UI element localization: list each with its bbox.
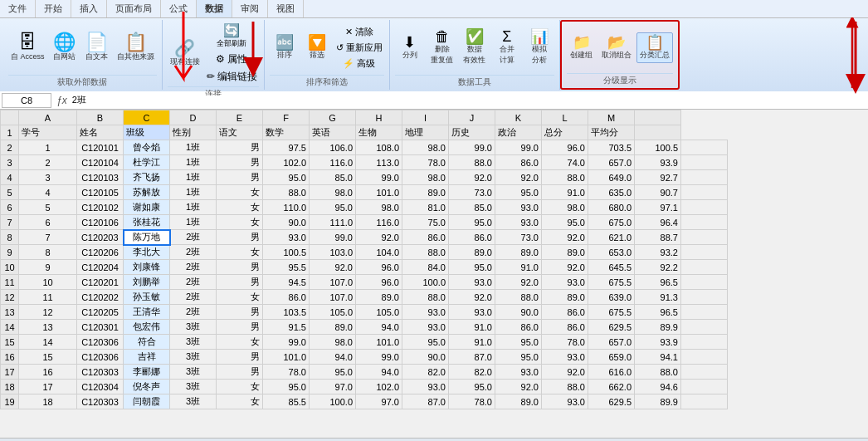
cell-M17[interactable]: 616.0	[588, 365, 635, 380]
cell-B13[interactable]: C120205	[77, 305, 124, 320]
cell-B16[interactable]: C120306	[77, 350, 124, 365]
cell-A3[interactable]: 2	[19, 155, 77, 170]
cell-D7[interactable]: 1班	[170, 215, 217, 230]
row-header-15[interactable]: 15	[1, 335, 19, 350]
cell-A5[interactable]: 4	[19, 185, 77, 200]
cell-G4[interactable]: 85.0	[310, 170, 356, 185]
header-di-li[interactable]: 地理	[402, 125, 449, 140]
existing-conn-btn[interactable]: 🔗 现有连接	[168, 38, 202, 69]
cell-D16[interactable]: 3班	[170, 350, 217, 365]
cell-K10[interactable]: 91.0	[495, 260, 542, 275]
cell-B17[interactable]: C120303	[77, 365, 124, 380]
tab-review[interactable]: 审阅	[232, 0, 268, 17]
cell-J6[interactable]: 85.0	[449, 200, 495, 215]
cell-F19[interactable]: 85.5	[263, 394, 310, 409]
cell-F12[interactable]: 86.0	[263, 290, 310, 305]
tab-insert[interactable]: 插入	[71, 0, 107, 17]
cell-I16[interactable]: 90.0	[402, 350, 449, 365]
cell-L15[interactable]: 78.0	[542, 335, 588, 350]
cell-A9[interactable]: 8	[19, 245, 77, 260]
cell-B18[interactable]: C120304	[77, 380, 124, 394]
cell-I7[interactable]: 75.0	[402, 215, 449, 230]
cell-B8[interactable]: C120203	[77, 230, 124, 245]
cell-I3[interactable]: 78.0	[402, 155, 449, 170]
cell-K15[interactable]: 95.0	[495, 335, 542, 350]
cell-I6[interactable]: 81.0	[402, 200, 449, 215]
cell-G7[interactable]: 111.0	[310, 215, 356, 230]
cell-F17[interactable]: 78.0	[263, 365, 310, 380]
cell-M5[interactable]: 635.0	[588, 185, 635, 200]
cell-C4[interactable]: 齐飞扬	[124, 170, 170, 185]
cell-D8[interactable]: 2班	[170, 230, 217, 245]
cell-G19[interactable]: 100.0	[310, 394, 356, 409]
cell-B3[interactable]: C120104	[77, 155, 124, 170]
header-ping-jun[interactable]: 平均分	[588, 125, 635, 140]
cell-N19[interactable]: 89.9	[635, 394, 681, 409]
row-header-19[interactable]: 19	[1, 394, 19, 409]
what-if-btn[interactable]: 📊 模拟分析	[524, 27, 554, 67]
cell-K14[interactable]: 86.0	[495, 320, 542, 335]
cell-B4[interactable]: C120103	[77, 170, 124, 185]
data-valid-btn[interactable]: ✅ 数据有效性	[460, 27, 490, 67]
cell-B15[interactable]: C120306	[77, 335, 124, 350]
col-header-l[interactable]: L	[542, 110, 588, 125]
cell-J14[interactable]: 91.0	[449, 320, 495, 335]
cell-F13[interactable]: 103.5	[263, 305, 310, 320]
cell-N2[interactable]: 100.5	[635, 140, 681, 155]
cell-A11[interactable]: 10	[19, 275, 77, 290]
row-header-11[interactable]: 11	[1, 275, 19, 290]
cell-M8[interactable]: 621.0	[588, 230, 635, 245]
cell-K3[interactable]: 86.0	[495, 155, 542, 170]
cell-L18[interactable]: 88.0	[542, 380, 588, 394]
cell-F16[interactable]: 101.0	[263, 350, 310, 365]
cell-F5[interactable]: 88.0	[263, 185, 310, 200]
cell-C6[interactable]: 谢如康	[124, 200, 170, 215]
cell-G13[interactable]: 105.0	[310, 305, 356, 320]
row-header-10[interactable]: 10	[1, 260, 19, 275]
cell-H2[interactable]: 108.0	[356, 140, 402, 155]
cell-H10[interactable]: 96.0	[356, 260, 402, 275]
row-header-16[interactable]: 16	[1, 350, 19, 365]
cell-M19[interactable]: 629.5	[588, 394, 635, 409]
cell-G9[interactable]: 103.0	[310, 245, 356, 260]
cell-J2[interactable]: 99.0	[449, 140, 495, 155]
cell-A8[interactable]: 7	[19, 230, 77, 245]
cell-M10[interactable]: 645.5	[588, 260, 635, 275]
header-sheng-wu[interactable]: 生物	[356, 125, 402, 140]
spreadsheet[interactable]: A B C D E F G H I J K L M 1 学号	[0, 110, 868, 438]
cell-D17[interactable]: 3班	[170, 365, 217, 380]
cell-H7[interactable]: 116.0	[356, 215, 402, 230]
cell-E7[interactable]: 女	[217, 215, 263, 230]
header-li-shi[interactable]: 历史	[449, 125, 495, 140]
cell-L10[interactable]: 92.0	[542, 260, 588, 275]
header-xing-ming[interactable]: 姓名	[77, 125, 124, 140]
cell-C3[interactable]: 杜学江	[124, 155, 170, 170]
reapply-btn[interactable]: ↺ 重新应用	[334, 41, 384, 55]
cell-L4[interactable]: 88.0	[542, 170, 588, 185]
web-btn[interactable]: 🌐 自网站	[50, 32, 80, 64]
cell-L13[interactable]: 86.0	[542, 305, 588, 320]
cell-N11[interactable]: 96.5	[635, 275, 681, 290]
cell-K19[interactable]: 89.0	[495, 394, 542, 409]
cell-A2[interactable]: 1	[19, 140, 77, 155]
row-header-14[interactable]: 14	[1, 320, 19, 335]
header-ban-ji[interactable]: 班级	[124, 125, 170, 140]
tab-start[interactable]: 开始	[36, 0, 71, 17]
cell-K6[interactable]: 93.0	[495, 200, 542, 215]
cell-J13[interactable]: 93.0	[449, 305, 495, 320]
tab-formula[interactable]: 公式	[161, 0, 197, 17]
cell-E8[interactable]: 男	[217, 230, 263, 245]
cell-J17[interactable]: 82.0	[449, 365, 495, 380]
cell-D4[interactable]: 1班	[170, 170, 217, 185]
cell-F3[interactable]: 102.0	[263, 155, 310, 170]
cell-L3[interactable]: 74.0	[542, 155, 588, 170]
cell-I4[interactable]: 98.0	[402, 170, 449, 185]
cell-M4[interactable]: 649.0	[588, 170, 635, 185]
row-header-12[interactable]: 12	[1, 290, 19, 305]
col-header-g[interactable]: G	[310, 110, 356, 125]
cell-E18[interactable]: 女	[217, 380, 263, 394]
split-col-btn[interactable]: ⬇ 分列	[395, 33, 425, 62]
cell-C2[interactable]: 曾令焰	[124, 140, 170, 155]
cell-D5[interactable]: 1班	[170, 185, 217, 200]
cell-L7[interactable]: 95.0	[542, 215, 588, 230]
